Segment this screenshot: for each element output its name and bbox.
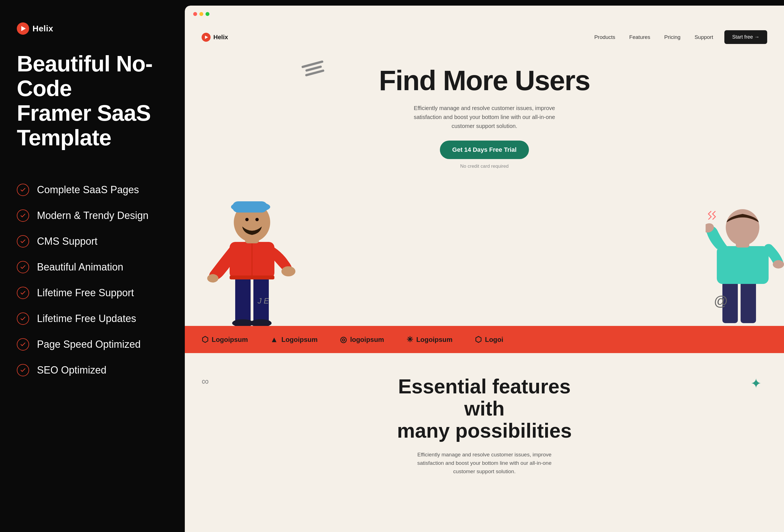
logo-strip-item-2: ▲ Logoipsum <box>270 335 317 344</box>
dot-green <box>205 12 209 16</box>
feature-item-seo: SEO Optimized <box>17 364 162 376</box>
svg-rect-18 <box>717 246 768 284</box>
nav-link-features[interactable]: Features <box>629 34 650 40</box>
check-icon-animation <box>17 261 29 273</box>
nav-logo-icon <box>202 33 211 42</box>
left-logo-icon <box>17 22 29 35</box>
feature-text-animation: Beautiful Animation <box>37 261 123 273</box>
svg-rect-0 <box>235 273 251 323</box>
hero-section: Find More Users Efficiently manage and r… <box>185 52 784 186</box>
check-icon-cms-support <box>17 235 29 248</box>
svg-point-6 <box>207 274 218 282</box>
check-icon-page-speed <box>17 338 29 351</box>
svg-point-20 <box>773 260 784 269</box>
logo-3-icon: ◎ <box>340 335 347 344</box>
svg-point-11 <box>245 218 249 221</box>
nav-cta-button[interactable]: Start free → <box>724 30 767 44</box>
illustration-area: J E <box>185 186 784 326</box>
feature-item-cms-support: CMS Support <box>17 235 162 248</box>
svg-rect-10 <box>232 201 268 213</box>
figure-left: J E <box>202 186 297 326</box>
check-icon-complete-saas <box>17 184 29 196</box>
feature-item-page-speed: Page Speed Optimized <box>17 338 162 351</box>
features-deco-plus: ✦ <box>750 375 762 391</box>
nav-link-pricing[interactable]: Pricing <box>664 34 680 40</box>
nav-link-products[interactable]: Products <box>594 34 615 40</box>
feature-item-animation: Beautiful Animation <box>17 261 162 273</box>
website-nav: Helix Products Features Pricing Support … <box>185 22 784 52</box>
feature-text-page-speed: Page Speed Optimized <box>37 338 141 350</box>
left-panel: Helix Beautiful No-Code Framer SaaS Temp… <box>0 0 179 532</box>
svg-text:J E: J E <box>257 297 269 305</box>
logo-strip: ⬡ Logoipsum ▲ Logoipsum ◎ logoipsum ✳ Lo… <box>185 326 784 353</box>
nav-logo-text: Helix <box>213 34 228 41</box>
hero-no-credit: No credit card required <box>202 164 767 169</box>
check-icon-seo <box>17 364 29 376</box>
hero-subtext: Efficiently manage and resolve customer … <box>406 104 563 131</box>
logo-1-text: Logoipsum <box>212 336 248 343</box>
svg-point-12 <box>255 218 259 221</box>
nav-link-support[interactable]: Support <box>694 34 713 40</box>
check-icon-modern-design <box>17 209 29 222</box>
feature-item-lifetime-support: Lifetime Free Support <box>17 287 162 299</box>
features-heading: Essential features with many possibiliti… <box>386 375 582 442</box>
feature-text-lifetime-support: Lifetime Free Support <box>37 287 134 299</box>
svg-rect-17 <box>740 278 756 323</box>
features-subtext: Efficiently manage and resolve customer … <box>409 450 560 476</box>
feature-text-seo: SEO Optimized <box>37 364 106 376</box>
deco-glasses: ∞ <box>202 375 209 387</box>
left-logo-name: Helix <box>32 24 53 33</box>
feature-item-complete-saas: Complete SaaS Pages <box>17 184 162 196</box>
feature-text-complete-saas: Complete SaaS Pages <box>37 184 139 196</box>
main-heading: Beautiful No-Code Framer SaaS Template <box>17 52 162 150</box>
browser-dots <box>193 12 209 16</box>
svg-rect-13 <box>230 276 274 279</box>
browser-chrome <box>185 6 784 22</box>
logo-5-text: Logoi <box>485 336 503 343</box>
logo-2-text: Logoipsum <box>281 336 317 343</box>
logo-4-text: Logoipsum <box>416 336 452 343</box>
deco-spiral: @ <box>714 293 728 309</box>
features-section: ✦ ∞ Essential features with many possibi… <box>185 353 784 532</box>
nav-links: Products Features Pricing Support <box>594 34 713 40</box>
svg-point-5 <box>281 266 296 276</box>
logo-strip-item-4: ✳ Logoipsum <box>407 335 452 344</box>
hero-cta-button[interactable]: Get 14 Days Free Trial <box>440 141 529 159</box>
website-content: Helix Products Features Pricing Support … <box>185 22 784 532</box>
logo-strip-item-5: ⬡ Logoi <box>475 335 503 344</box>
logo-strip-item-1: ⬡ Logoipsum <box>202 335 248 344</box>
check-icon-lifetime-support <box>17 287 29 299</box>
logo-3-text: logoipsum <box>350 336 384 343</box>
feature-text-modern-design: Modern & Trendy Design <box>37 210 148 222</box>
dot-yellow <box>199 12 203 16</box>
check-icon-lifetime-updates <box>17 312 29 325</box>
dot-red <box>193 12 197 16</box>
feature-text-cms-support: CMS Support <box>37 235 97 247</box>
logo-5-icon: ⬡ <box>475 335 482 344</box>
logo-1-icon: ⬡ <box>202 335 208 344</box>
feature-item-lifetime-updates: Lifetime Free Updates <box>17 312 162 325</box>
hero-heading: Find More Users <box>202 66 767 95</box>
logo-2-icon: ▲ <box>270 335 278 344</box>
logo-strip-item-3: ◎ logoipsum <box>340 335 384 344</box>
left-logo-area: Helix <box>17 22 162 35</box>
feature-item-modern-design: Modern & Trendy Design <box>17 209 162 222</box>
feature-text-lifetime-updates: Lifetime Free Updates <box>37 313 136 325</box>
right-panel: Helix Products Features Pricing Support … <box>185 6 784 532</box>
logo-4-icon: ✳ <box>407 335 413 344</box>
nav-logo: Helix <box>202 33 228 42</box>
features-list: Complete SaaS PagesModern & Trendy Desig… <box>17 184 162 376</box>
